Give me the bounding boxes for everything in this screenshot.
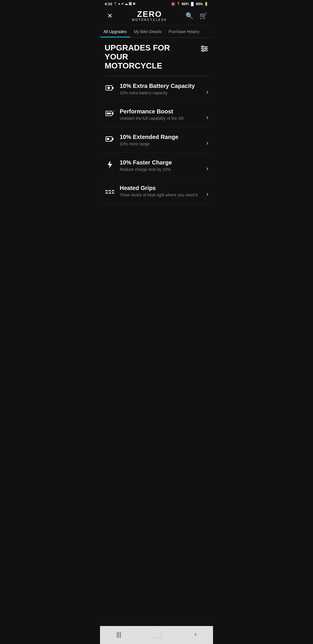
chevron-right-icon: › — [206, 165, 208, 172]
upgrade-item-performance-boost[interactable]: + Performance Boost Unleash the full cap… — [100, 102, 213, 127]
svg-rect-7 — [112, 87, 114, 89]
svg-marker-18 — [108, 161, 112, 168]
svg-point-4 — [205, 48, 207, 50]
tab-navigation: All Upgrades My Bike Details Purchase Hi… — [100, 25, 213, 38]
cart-button[interactable]: 🛒 — [198, 12, 208, 20]
svg-rect-16 — [107, 138, 109, 140]
status-bar: 4:10 📍 ● ✔ ☁ 🖼 ✖ 🔇 📍 WiFi ▐▌ 85% 🔋 — [100, 0, 213, 7]
app-header: ✕ ZERO MOTORCYCLES® 🔍 🛒 — [100, 7, 213, 25]
page-heading: UPGRADES FOR YOUR MOTORCYCLE — [105, 44, 186, 70]
filter-icon[interactable] — [200, 45, 208, 55]
upgrade-item-heated-grips[interactable]: Heated Grips Three levels of heat right … — [100, 178, 213, 204]
tab-my-bike-details[interactable]: My Bike Details — [130, 25, 165, 37]
upgrade-content-faster-charge: 10% Faster Charge Reduce charge time by … — [120, 159, 206, 172]
tab-all-upgrades[interactable]: All Upgrades — [100, 25, 130, 37]
bottom-back-button[interactable]: ‹ — [189, 629, 202, 639]
upgrade-title-performance-boost: Performance Boost — [120, 108, 206, 115]
heat-waves-icon — [105, 185, 115, 197]
upgrade-title-extra-battery: 10% Extra Battery Capacity — [120, 83, 206, 89]
bottom-home-button[interactable]: ⬜ — [148, 629, 168, 639]
svg-text:+: + — [110, 139, 112, 142]
tab-purchase-history[interactable]: Purchase History — [165, 25, 203, 37]
svg-rect-11 — [112, 113, 114, 114]
upgrade-title-faster-charge: 10% Faster Charge — [120, 159, 206, 166]
chevron-right-icon: › — [206, 191, 208, 197]
status-indicators: 🔇 📍 WiFi ▐▌ 85% 🔋 — [171, 2, 208, 6]
bottom-nav-bar: ||| ⬜ ‹ — [100, 626, 213, 644]
chevron-right-icon: › — [206, 114, 208, 121]
upgrade-desc-extra-battery: 10% extra battery capacity — [120, 91, 206, 95]
svg-point-3 — [202, 46, 203, 48]
upgrade-title-heated-grips: Heated Grips — [120, 185, 206, 191]
close-button[interactable]: ✕ — [105, 12, 115, 20]
chevron-right-icon: › — [206, 88, 208, 95]
upgrade-content-extended-range: 10% Extended Range 10% more range — [120, 134, 206, 146]
upgrade-item-extended-range[interactable]: + 10% Extended Range 10% more range › — [100, 127, 213, 153]
battery-range-icon: + — [105, 134, 115, 146]
svg-rect-9 — [108, 86, 109, 89]
chevron-right-icon: › — [206, 140, 208, 146]
upgrade-item-extra-battery[interactable]: 10% Extra Battery Capacity 10% extra bat… — [100, 76, 213, 102]
upgrade-list: 10% Extra Battery Capacity 10% extra bat… — [100, 76, 213, 626]
upgrade-content-extra-battery: 10% Extra Battery Capacity 10% extra bat… — [120, 83, 206, 95]
upgrade-desc-performance-boost: Unleash the full capability of the SR — [120, 116, 206, 121]
battery-plus-icon — [105, 83, 115, 95]
status-time: 4:10 📍 ● ✔ ☁ 🖼 ✖ — [105, 2, 135, 6]
search-button[interactable]: 🔍 — [184, 12, 194, 20]
svg-text:+: + — [114, 110, 114, 112]
battery-boost-icon: + — [105, 109, 115, 120]
svg-rect-15 — [112, 138, 114, 140]
svg-point-5 — [202, 50, 204, 52]
upgrade-item-faster-charge[interactable]: 10% Faster Charge Reduce charge time by … — [100, 153, 213, 178]
page-heading-section: UPGRADES FOR YOUR MOTORCYCLE — [100, 38, 213, 73]
upgrade-desc-heated-grips: Three levels of heat right where you nee… — [120, 193, 206, 197]
brand-logo: ZERO MOTORCYCLES® — [115, 10, 184, 21]
svg-rect-12 — [107, 113, 111, 114]
upgrade-content-performance-boost: Performance Boost Unleash the full capab… — [120, 108, 206, 121]
lightning-icon — [105, 160, 115, 171]
upgrade-desc-faster-charge: Reduce charge time by 10% — [120, 167, 206, 172]
bottom-menu-button[interactable]: ||| — [110, 629, 127, 639]
upgrade-title-extended-range: 10% Extended Range — [120, 134, 206, 140]
logo-subtitle: MOTORCYCLES® — [115, 18, 184, 21]
upgrade-content-heated-grips: Heated Grips Three levels of heat right … — [120, 185, 206, 197]
upgrade-desc-extended-range: 10% more range — [120, 142, 206, 146]
logo-text: ZERO — [115, 10, 184, 18]
